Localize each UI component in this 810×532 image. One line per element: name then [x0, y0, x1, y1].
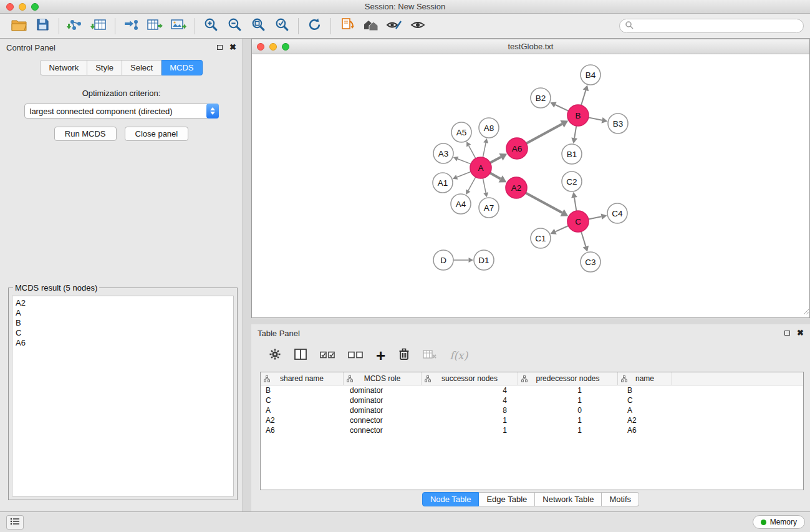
graph-edge-A6-B[interactable] [526, 124, 562, 143]
graph-node-B2[interactable]: B2 [531, 88, 551, 108]
mcds-result-item[interactable]: A6 [16, 338, 230, 348]
graph-node-A5[interactable]: A5 [451, 122, 471, 142]
tab-motifs[interactable]: Motifs [602, 492, 639, 506]
mcds-result-item[interactable]: B [16, 318, 230, 328]
criterion-dropdown[interactable]: largest connected component (directed) [24, 104, 219, 118]
table-cell[interactable]: A6 [261, 426, 344, 435]
column-header-shared-name[interactable]: shared name [261, 372, 344, 385]
table-cell[interactable]: dominator [344, 386, 422, 395]
resize-grip-icon[interactable] [803, 306, 809, 317]
graph-node-B4[interactable]: B4 [581, 65, 600, 85]
mcds-result-list[interactable]: A2ABCA6 [12, 296, 234, 496]
graph-node-C3[interactable]: C3 [581, 252, 600, 272]
overview-button[interactable] [360, 17, 380, 36]
export-network-button[interactable] [121, 17, 141, 36]
tab-network[interactable]: Network [40, 60, 87, 75]
table-cell[interactable]: 1 [518, 386, 618, 395]
table-cell[interactable]: 1 [422, 426, 518, 435]
graph-edge-A2-C[interactable] [526, 193, 562, 213]
zoom-out-button[interactable] [224, 17, 244, 36]
table-cell[interactable]: 1 [518, 396, 618, 405]
graph-edge-B-B1[interactable] [574, 126, 576, 138]
close-panel-icon[interactable]: ✖ [797, 330, 804, 336]
show-hide-button[interactable] [408, 17, 428, 36]
graph-node-C[interactable]: C [567, 211, 589, 232]
table-cell[interactable]: 1 [518, 416, 618, 425]
minimize-window-icon[interactable] [269, 43, 277, 51]
graph-edge-B-B2[interactable] [556, 105, 569, 111]
graph-node-B3[interactable]: B3 [608, 114, 628, 133]
graph-edge-B-B4[interactable] [581, 90, 586, 105]
table-cell[interactable]: A6 [618, 426, 672, 435]
table-cell[interactable]: dominator [344, 396, 422, 405]
close-panel-icon[interactable]: ✖ [229, 44, 236, 51]
show-columns-button[interactable] [294, 349, 307, 362]
save-session-button[interactable] [32, 17, 52, 36]
graph-edge-B-B3[interactable] [589, 117, 602, 120]
delete-table-button[interactable] [423, 349, 436, 362]
graph-edge-A-A3[interactable] [458, 159, 471, 164]
graph-node-B1[interactable]: B1 [562, 144, 582, 164]
graph-node-A8[interactable]: A8 [479, 118, 499, 138]
graph-edge-C-C2[interactable] [574, 198, 576, 211]
export-image-button[interactable] [168, 17, 188, 36]
minimize-window-icon[interactable] [19, 3, 26, 11]
zoom-selected-button[interactable] [272, 17, 292, 36]
function-builder-button[interactable]: f(x) [450, 349, 468, 362]
run-mcds-button[interactable]: Run MCDS [54, 127, 117, 141]
import-network-button[interactable] [65, 17, 85, 36]
session-doc-button[interactable] [337, 17, 357, 36]
table-cell[interactable]: 1 [518, 426, 618, 435]
graph-node-A4[interactable]: A4 [451, 194, 471, 214]
graph-node-A6[interactable]: A6 [506, 138, 528, 159]
table-cell[interactable]: C [618, 396, 672, 405]
memory-button[interactable]: Memory [753, 515, 805, 529]
graph-node-C2[interactable]: C2 [562, 172, 582, 191]
tab-node-table[interactable]: Node Table [422, 492, 480, 506]
table-cell[interactable]: connector [344, 416, 422, 425]
float-panel-icon[interactable] [217, 45, 223, 50]
export-table-button[interactable] [145, 17, 165, 36]
tab-network-table[interactable]: Network Table [535, 492, 602, 506]
network-canvas[interactable]: B4B2BB3A5A8A6B1A3AC2A1A2A4A7C4CC1C3DD1 [252, 54, 809, 317]
table-cell[interactable]: A [261, 406, 344, 415]
table-cell[interactable]: 0 [518, 406, 618, 415]
tab-edge-table[interactable]: Edge Table [479, 492, 535, 506]
maximize-window-icon[interactable] [282, 43, 289, 51]
graph-node-A[interactable]: A [470, 157, 491, 178]
table-cell[interactable]: 1 [422, 416, 518, 425]
column-header-successor-nodes[interactable]: successor nodes [422, 372, 518, 385]
graph-edge-A-A6[interactable] [490, 157, 501, 163]
close-window-icon[interactable] [257, 43, 264, 51]
mcds-result-item[interactable]: C [16, 328, 230, 338]
graph-node-A2[interactable]: A2 [506, 177, 527, 198]
table-row[interactable]: Bdominator41B [261, 385, 803, 395]
graph-edge-A-A4[interactable] [468, 177, 476, 191]
graph-edge-C-C1[interactable] [556, 226, 569, 231]
tab-select[interactable]: Select [122, 60, 162, 75]
graph-edge-C-C3[interactable] [581, 231, 586, 246]
table-row[interactable]: Adominator80A [261, 405, 803, 415]
search-input[interactable] [634, 20, 803, 32]
annotation-button[interactable] [384, 17, 404, 36]
table-cell[interactable]: 4 [422, 386, 518, 395]
zoom-in-button[interactable] [201, 17, 221, 36]
table-settings-button[interactable] [269, 348, 281, 363]
column-header-predecessor-nodes[interactable]: predecessor nodes [518, 372, 618, 385]
mcds-result-item[interactable]: A2 [16, 298, 230, 308]
graph-node-A3[interactable]: A3 [433, 143, 453, 163]
column-header-name[interactable]: name [618, 372, 672, 385]
graph-edge-A-A8[interactable] [483, 143, 486, 157]
delete-column-button[interactable] [398, 348, 410, 363]
graph-node-C1[interactable]: C1 [531, 228, 551, 248]
float-panel-icon[interactable] [784, 331, 790, 336]
table-row[interactable]: A6connector11A6 [261, 425, 803, 435]
table-cell[interactable]: dominator [344, 406, 422, 415]
graph-edge-A-A7[interactable] [483, 178, 486, 193]
close-window-icon[interactable] [6, 3, 14, 11]
table-cell[interactable]: B [261, 386, 344, 395]
open-session-button[interactable] [9, 17, 29, 36]
table-row[interactable]: A2connector11A2 [261, 415, 803, 425]
zoom-fit-button[interactable] [248, 17, 268, 36]
column-header-MCDS-role[interactable]: MCDS role [344, 372, 422, 385]
